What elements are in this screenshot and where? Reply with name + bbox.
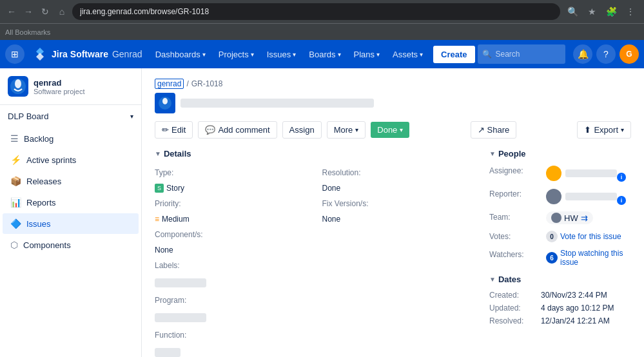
edit-icon: ✏ — [162, 125, 169, 135]
reports-icon: 📊 — [10, 197, 21, 207]
breadcrumb: genrad / GR-1018 — [155, 79, 631, 89]
sidebar-item-releases[interactable]: 📦 Releases — [3, 171, 139, 191]
details-section-label: Details — [164, 149, 191, 159]
notifications-button[interactable]: 🔔 — [573, 44, 592, 64]
done-button[interactable]: Done ▾ — [371, 122, 409, 138]
apps-icon-btn[interactable]: ⊞ — [5, 44, 24, 64]
watch-link[interactable]: Stop watching this issue — [560, 249, 631, 267]
issue-body: ▼ Details Type: Resolution: S Story — [155, 149, 631, 357]
priority-value: ≡ Medium — [155, 211, 316, 227]
sidebar-item-components[interactable]: ⬡ Components — [3, 235, 139, 255]
bookmarks-bar: All Bookmarks — [0, 23, 644, 40]
dates-section-label: Dates — [498, 275, 521, 284]
nav-boards[interactable]: Boards ▾ — [304, 46, 346, 63]
team-value: HW ⇉ — [546, 211, 593, 224]
team-avatar-icon — [551, 213, 561, 223]
help-button[interactable]: ? — [596, 44, 616, 64]
export-chevron-icon: ▾ — [621, 126, 624, 133]
watchers-value: 6 Stop watching this issue — [546, 249, 631, 267]
export-button[interactable]: ⬆ Export ▾ — [577, 121, 631, 139]
url-bar[interactable] — [72, 3, 560, 20]
share-button[interactable]: ↗ Share — [471, 121, 517, 139]
labels-blurred-value — [155, 278, 206, 287]
sidebar-item-active-sprints[interactable]: ⚡ Active sprints — [3, 150, 139, 170]
details-grid: Type: Resolution: S Story Done Priority:… — [155, 165, 476, 357]
nav-projects[interactable]: Projects ▾ — [213, 46, 259, 63]
bookmark-star-button[interactable]: ★ — [583, 3, 600, 20]
sidebar-item-backlog[interactable]: ☰ Backlog — [3, 128, 139, 149]
votes-label: Votes: — [489, 231, 541, 241]
nav-assets[interactable]: Assets ▾ — [387, 46, 428, 63]
board-chevron-icon: ▾ — [130, 113, 133, 120]
back-button[interactable]: ← — [5, 5, 18, 18]
updated-label: Updated: — [489, 304, 541, 313]
comment-icon: 💬 — [205, 125, 215, 135]
sidebar-board[interactable]: DLP Board ▾ — [0, 105, 141, 128]
details-section: ▼ Details Type: Resolution: S Story — [155, 149, 476, 357]
function-label: Function: — [155, 327, 316, 343]
sidebar: qenrad Software project DLP Board ▾ ☰ Ba… — [0, 68, 142, 357]
sidebar-item-issues[interactable]: 🔷 Issues — [3, 213, 139, 234]
jira-logo-icon — [32, 46, 48, 62]
user-avatar[interactable]: G — [620, 44, 639, 64]
home-button[interactable]: ⌂ — [55, 5, 68, 18]
active-sprints-label: Active sprints — [26, 155, 76, 165]
reporter-label: Reporter: — [489, 188, 541, 198]
nav-dashboards[interactable]: Dashboards ▾ — [150, 46, 211, 63]
breadcrumb-project-link[interactable]: genrad — [155, 79, 184, 89]
search-container: 🔍 — [478, 44, 565, 64]
create-button[interactable]: Create — [433, 46, 474, 63]
watchers-count-badge: 6 — [546, 252, 558, 264]
program-value — [155, 308, 316, 327]
type-label: Type: — [155, 165, 316, 180]
team-label: Team: — [489, 211, 541, 222]
logo-text: Jira Software — [52, 49, 108, 59]
search-icon: 🔍 — [482, 50, 492, 59]
jira-logo: Jira Software Genrad — [27, 46, 148, 62]
forward-button[interactable]: → — [22, 5, 35, 18]
components-label: Component/s: — [155, 227, 316, 242]
votes-row: Votes: 0 Vote for this issue — [489, 231, 631, 242]
team-badge: HW ⇉ — [546, 211, 593, 224]
search-icon-btn[interactable]: 🔍 — [564, 3, 581, 20]
reload-button[interactable]: ↻ — [39, 5, 52, 18]
menu-button[interactable]: ⋮ — [622, 3, 639, 20]
people-section-header[interactable]: ▼ People — [489, 149, 631, 159]
watchers-row: Watchers: 6 Stop watching this issue — [489, 249, 631, 267]
share-icon: ↗ — [478, 125, 485, 135]
releases-label: Releases — [26, 177, 61, 186]
issues-icon: 🔷 — [10, 218, 21, 229]
add-comment-button[interactable]: 💬 Add comment — [198, 121, 277, 139]
team-name: HW — [564, 213, 578, 223]
vote-link[interactable]: Vote for this issue — [560, 232, 621, 241]
edit-button[interactable]: ✏ Edit — [155, 121, 193, 139]
backlog-label: Backlog — [24, 134, 54, 144]
reporter-name-blurred — [565, 193, 617, 200]
assign-button[interactable]: Assign — [282, 121, 322, 139]
sidebar-item-reports[interactable]: 📊 Reports — [3, 192, 139, 213]
more-button[interactable]: More ▾ — [327, 121, 366, 139]
issue-title-bar — [155, 93, 631, 113]
active-sprints-icon: ⚡ — [10, 155, 21, 165]
created-label: Created: — [489, 291, 541, 300]
resolved-value: 12/Jan/24 12:21 AM — [541, 316, 610, 325]
extension-button[interactable]: 🧩 — [603, 3, 620, 20]
svg-point-1 — [15, 79, 21, 88]
votes-value: 0 Vote for this issue — [546, 231, 621, 242]
people-toggle-icon: ▼ — [489, 150, 496, 157]
components-label: Components — [23, 240, 71, 250]
nav-issues[interactable]: Issues ▾ — [262, 46, 302, 63]
nav-plans[interactable]: Plans ▾ — [349, 46, 385, 63]
story-type-icon: S — [155, 184, 164, 193]
main-layout: qenrad Software project DLP Board ▾ ☰ Ba… — [0, 68, 644, 357]
type-value: S Story — [155, 180, 316, 196]
backlog-icon: ☰ — [10, 133, 19, 144]
updated-value: 4 days ago 10:12 PM — [541, 304, 614, 313]
dates-section-header[interactable]: ▼ Dates — [489, 275, 631, 284]
program-label: Program: — [155, 293, 316, 308]
priority-label: Priority: — [155, 196, 316, 211]
dates-section: ▼ Dates Created: 30/Nov/23 2:44 PM Updat… — [489, 275, 631, 325]
issue-title-blurred — [181, 99, 374, 108]
labels-label: Labels: — [155, 258, 316, 273]
details-section-header[interactable]: ▼ Details — [155, 149, 476, 159]
